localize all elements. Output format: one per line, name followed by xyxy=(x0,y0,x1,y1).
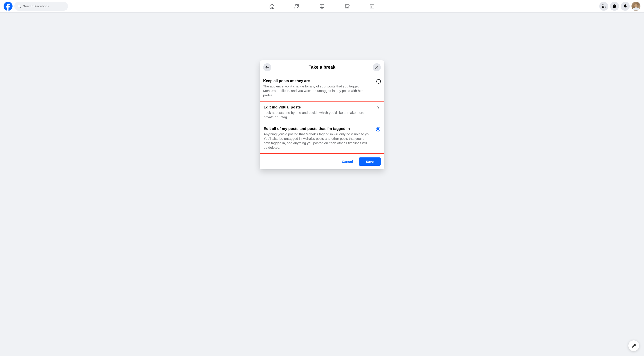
nav-gaming[interactable] xyxy=(360,0,384,12)
search-input[interactable] xyxy=(23,4,65,8)
back-button[interactable] xyxy=(263,63,271,71)
svg-point-1 xyxy=(18,5,20,7)
dialog-options: Keep all posts as they are The audience … xyxy=(260,74,384,154)
svg-point-3 xyxy=(296,4,297,6)
svg-point-11 xyxy=(603,6,604,7)
svg-point-12 xyxy=(605,6,606,7)
nav-friends[interactable] xyxy=(284,0,310,12)
option-edit-individual[interactable]: Edit individual posts Look at posts one … xyxy=(264,102,380,123)
option-title: Keep all posts as they are xyxy=(263,79,372,83)
header-right xyxy=(599,2,640,11)
dialog-title: Take a break xyxy=(308,65,336,70)
svg-point-7 xyxy=(602,4,603,5)
friends-icon xyxy=(294,3,300,9)
home-icon xyxy=(269,3,275,9)
arrow-left-icon xyxy=(265,65,270,70)
svg-point-4 xyxy=(298,4,299,6)
save-button[interactable]: Save xyxy=(359,158,381,166)
gaming-icon xyxy=(370,4,375,9)
nav-watch[interactable] xyxy=(310,0,334,12)
top-header xyxy=(0,0,644,12)
svg-point-8 xyxy=(603,4,604,5)
watch-icon xyxy=(319,3,325,9)
option-title: Edit individual posts xyxy=(264,105,372,110)
page-body: Take a break Keep all posts as they are … xyxy=(0,12,644,356)
grid-icon xyxy=(602,4,606,8)
option-desc: The audience won't change for any of you… xyxy=(263,84,372,98)
close-icon xyxy=(374,65,379,70)
option-radio[interactable] xyxy=(376,79,381,84)
svg-point-13 xyxy=(602,7,603,8)
edit-icon xyxy=(631,343,636,348)
highlighted-options-group: Edit individual posts Look at posts one … xyxy=(260,101,384,154)
option-edit-all[interactable]: Edit all of my posts and posts that I'm … xyxy=(264,123,380,154)
option-title: Edit all of my posts and posts that I'm … xyxy=(264,126,372,131)
svg-point-10 xyxy=(602,6,603,7)
radio-unchecked-icon xyxy=(376,79,381,84)
menu-button[interactable] xyxy=(599,2,608,11)
close-button[interactable] xyxy=(373,63,381,71)
new-post-fab[interactable] xyxy=(628,340,639,351)
messenger-icon xyxy=(612,4,617,8)
option-radio[interactable] xyxy=(376,127,380,132)
cancel-button[interactable]: Cancel xyxy=(338,158,356,166)
search-box[interactable] xyxy=(14,2,68,11)
notifications-button[interactable] xyxy=(621,2,630,11)
account-avatar[interactable] xyxy=(632,2,640,11)
svg-point-14 xyxy=(603,7,604,8)
svg-point-9 xyxy=(605,4,606,5)
chevron-right-icon xyxy=(376,105,380,110)
take-a-break-dialog: Take a break Keep all posts as they are … xyxy=(260,60,384,169)
radio-checked-icon xyxy=(376,127,380,132)
header-nav xyxy=(260,0,384,12)
dialog-header: Take a break xyxy=(260,60,384,74)
search-icon xyxy=(18,4,21,8)
dialog-footer: Cancel Save xyxy=(260,154,384,169)
svg-line-2 xyxy=(20,7,20,8)
option-keep-posts[interactable]: Keep all posts as they are The audience … xyxy=(263,75,381,101)
messenger-button[interactable] xyxy=(610,2,619,11)
bell-icon xyxy=(623,4,628,8)
option-chevron[interactable] xyxy=(376,106,380,110)
svg-point-15 xyxy=(605,7,606,8)
facebook-logo[interactable] xyxy=(4,2,12,11)
marketplace-icon xyxy=(344,3,350,9)
nav-home[interactable] xyxy=(260,0,284,12)
header-left xyxy=(4,2,68,11)
option-desc: Anything you've posted that Mehak's tagg… xyxy=(264,132,372,150)
nav-marketplace[interactable] xyxy=(334,0,360,12)
option-desc: Look at posts one by one and decide whic… xyxy=(264,110,372,120)
